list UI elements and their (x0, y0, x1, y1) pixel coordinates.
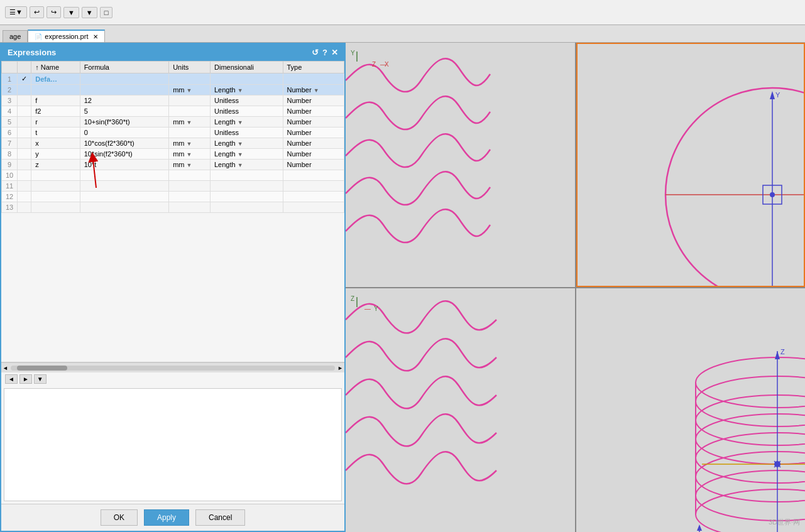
tab-expression-close[interactable]: ✕ (93, 33, 98, 40)
row-type: Number (283, 95, 344, 106)
col-type: Type (283, 62, 344, 73)
row-formula[interactable]: 10*sin(f2*360*t) (80, 149, 169, 160)
expression-text-area[interactable] (4, 388, 342, 501)
row-num: 8 (2, 149, 18, 160)
table-row-empty[interactable]: 10 (2, 170, 344, 181)
row-type: Number (283, 117, 344, 128)
row-formula[interactable]: 12 (80, 95, 169, 106)
row-check (18, 106, 31, 117)
col-check (18, 62, 31, 73)
svg-point-16 (696, 433, 806, 483)
svg-marker-25 (775, 351, 780, 359)
row-units[interactable]: mm ▼ (169, 138, 211, 149)
table-header-row: ↑ Name Formula Units Dimensionali Type (2, 62, 344, 73)
row-name[interactable]: y (31, 149, 80, 160)
row-units[interactable]: mm ▼ (169, 85, 211, 95)
toolbar-btn-3[interactable]: ↪ (47, 6, 61, 18)
row-formula[interactable] (80, 73, 169, 85)
toolbar-btn-2[interactable]: ↩ (30, 6, 44, 18)
row-type: Number (283, 160, 344, 170)
row-formula[interactable]: 5 (80, 106, 169, 117)
row-name[interactable]: f (31, 95, 80, 106)
row-dimensionality: Length ▼ (211, 160, 283, 170)
svg-marker-31 (697, 524, 702, 531)
scroll-left-btn[interactable]: ◄ (3, 365, 8, 371)
dialog-title-icons: ↺ ? ✕ (312, 48, 338, 57)
nav-btn-prev[interactable]: ◄ (5, 374, 18, 384)
row-units[interactable]: mm ▼ (169, 117, 211, 128)
table-row[interactable]: 8 y 10*sin(f2*360*t) mm ▼ Length ▼ Numbe… (2, 149, 344, 160)
dialog-title-text: Expressions (8, 48, 56, 57)
viewport-bottom-left-view: Z — Y (346, 288, 575, 533)
tab-page[interactable]: age (3, 30, 28, 42)
row-name[interactable]: r (31, 117, 80, 128)
nav-btn-next[interactable]: ► (19, 374, 32, 384)
table-row[interactable]: 3 f 12 Unitless Number (2, 95, 344, 106)
expressions-dialog: Expressions ↺ ? ✕ ↑ Name Formula Units D… (0, 43, 346, 532)
table-row[interactable]: 9 z 10*t (2, 160, 344, 170)
toolbar-btn-5[interactable]: ▼ (82, 7, 97, 18)
row-name[interactable]: f2 (31, 106, 80, 117)
vp-y-label: Y (351, 50, 355, 57)
row-formula[interactable] (80, 85, 169, 95)
col-units: Units (169, 62, 211, 73)
table-row-empty[interactable]: 12 (2, 192, 344, 202)
table-row[interactable]: 4 f2 5 Unitless Number (2, 106, 344, 117)
row-dimensionality (211, 73, 283, 85)
row-name[interactable] (31, 85, 80, 95)
row-units[interactable]: mm ▼ (169, 149, 211, 160)
row-units[interactable]: mm ▼ (169, 160, 211, 170)
row-units[interactable] (169, 106, 211, 117)
tab-expression[interactable]: 📄 expression.prt ✕ (28, 30, 105, 42)
scroll-thumb[interactable] (17, 366, 67, 371)
svg-marker-6 (770, 91, 775, 99)
watermark-logo: 3D世界·网 (769, 518, 800, 527)
toolbar-btn-1[interactable]: ☰▼ (5, 6, 27, 18)
row-dimensionality: Length ▼ (211, 85, 283, 95)
row-num: 3 (2, 95, 18, 106)
cancel-button[interactable]: Cancel (195, 509, 245, 526)
toolbar-btn-6[interactable]: □ (100, 7, 113, 18)
viewport-panel-helix: Z Y Z Y — 3D世界·网 (576, 288, 806, 533)
table-row[interactable]: 7 x 10*cos(f2*360*t) mm ▼ Length ▼ Numbe… (2, 138, 344, 149)
table-row-empty[interactable]: 13 (2, 202, 344, 213)
row-units[interactable] (169, 95, 211, 106)
row-num: 5 (2, 117, 18, 128)
col-formula: Formula (80, 62, 169, 73)
row-formula[interactable]: 10*cos(f2*360*t) (80, 138, 169, 149)
scroll-track[interactable] (11, 366, 335, 371)
table-row[interactable]: 2 mm ▼ Length ▼ Number ▼ (2, 85, 344, 95)
svg-point-18 (696, 395, 806, 445)
row-formula[interactable]: 10*t (80, 160, 169, 170)
nav-btn-menu[interactable]: ▼ (34, 374, 47, 384)
toolbar-btn-4[interactable]: ▼ (63, 7, 79, 18)
dialog-reset-icon[interactable]: ↺ (312, 48, 319, 57)
row-num: 9 (2, 160, 18, 170)
row-units[interactable] (169, 73, 211, 85)
row-num: 6 (2, 128, 18, 138)
scroll-right-btn[interactable]: ► (337, 365, 343, 371)
row-units[interactable] (169, 128, 211, 138)
row-name[interactable]: Defa… (31, 73, 80, 85)
dialog-close-icon[interactable]: ✕ (331, 48, 338, 57)
table-row[interactable]: 5 r 10+sin(f*360*t) mm ▼ Length ▼ Number (2, 117, 344, 128)
row-name[interactable]: z (31, 160, 80, 170)
table-hscrollbar[interactable]: ◄ ► (1, 362, 344, 372)
svg-point-17 (696, 414, 806, 464)
tab-expression-icon: 📄 (35, 33, 42, 40)
dialog-help-icon[interactable]: ? (322, 48, 327, 57)
row-check: ✓ (18, 73, 31, 85)
apply-button[interactable]: Apply (144, 509, 189, 526)
table-row[interactable]: 1 ✓ Defa… (2, 73, 344, 85)
ok-button[interactable]: OK (101, 509, 138, 526)
table-row[interactable]: 6 t 0 Unitless Number (2, 128, 344, 138)
row-formula[interactable]: 0 (80, 128, 169, 138)
row-name[interactable]: t (31, 128, 80, 138)
row-name[interactable]: x (31, 138, 80, 149)
row-type: Number (283, 138, 344, 149)
row-formula[interactable]: 10+sin(f*360*t) (80, 117, 169, 128)
vp-z-label-bl: Z (351, 295, 354, 302)
col-name: ↑ Name (31, 62, 80, 73)
row-dimensionality: Length ▼ (211, 117, 283, 128)
table-row-empty[interactable]: 11 (2, 181, 344, 192)
